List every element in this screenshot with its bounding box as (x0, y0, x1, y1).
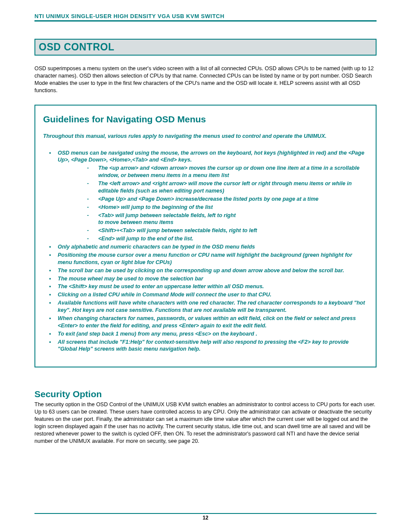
page-number: 12 (202, 515, 208, 521)
list-item: Clicking on a listed CPU while in Comman… (43, 291, 368, 299)
guidelines-title: Guidelines for Navigating OSD Menus (43, 114, 368, 124)
list-text: <Tab> will jump between selectable field… (98, 212, 236, 218)
list-item: The <up arrow> and <down arrow> moves th… (84, 165, 368, 179)
guidelines-list: OSD menus can be navigated using the mou… (43, 149, 368, 353)
list-item: OSD menus can be navigated using the mou… (43, 149, 368, 243)
list-item: <Shift>+<Tab> will jump between selectab… (84, 227, 368, 234)
list-item: All screens that include "F1:Help" for c… (43, 339, 368, 353)
list-item: The mouse wheel may be used to move the … (43, 275, 368, 283)
document-page: NTI UNIMUX SINGLE-USER HIGH DENSITY VGA … (0, 0, 411, 532)
list-item: <End> will jump to the end of the list. (84, 235, 368, 243)
section-title-box: OSD CONTROL (34, 39, 377, 56)
list-item: <Page Up> and <Page Down> increase/decre… (84, 196, 368, 203)
list-item: <Tab> will jump between selectable field… (84, 212, 368, 227)
list-item: Positioning the mouse cursor over a menu… (43, 252, 368, 266)
intro-paragraph: OSD superimposes a menu system on the us… (34, 65, 377, 94)
security-title: Security Option (34, 389, 377, 399)
list-text: to move between menu items (98, 219, 173, 225)
list-item: The <left arrow> and <right arrow> will … (84, 180, 368, 195)
list-item: To exit (and step back 1 menu) from any … (43, 330, 368, 338)
security-body: The security option in the OSD Control o… (34, 401, 377, 445)
section-title: OSD CONTROL (39, 41, 372, 53)
guidelines-box: Guidelines for Navigating OSD Menus Thro… (34, 105, 377, 368)
guidelines-subtitle: Throughout this manual, various rules ap… (43, 133, 368, 139)
security-section: Security Option The security option in t… (34, 389, 377, 445)
list-item: Only alphabetic and numeric characters c… (43, 243, 368, 251)
sub-list: The <up arrow> and <down arrow> moves th… (84, 165, 368, 243)
list-item: When changing characters for names, pass… (43, 315, 368, 330)
list-item: The <Shift> key must be used to enter an… (43, 283, 368, 290)
list-item: Available functions will have white char… (43, 299, 368, 314)
list-item: The scroll bar can be used by clicking o… (43, 267, 368, 274)
list-text: OSD menus can be navigated using the mou… (58, 150, 364, 163)
list-item: <Home> will jump to the beginning of the… (84, 204, 368, 211)
page-header: NTI UNIMUX SINGLE-USER HIGH DENSITY VGA … (34, 13, 377, 22)
page-footer: 12 (34, 513, 377, 521)
